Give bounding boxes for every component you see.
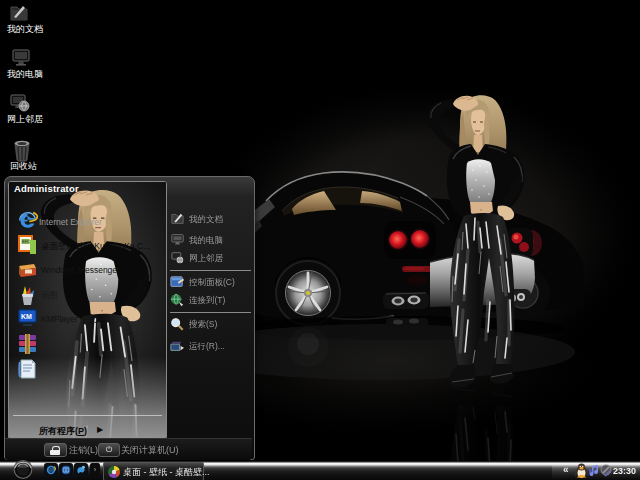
svg-text:KM: KM [21,313,32,320]
svg-text:EFC: EFC [22,239,30,244]
